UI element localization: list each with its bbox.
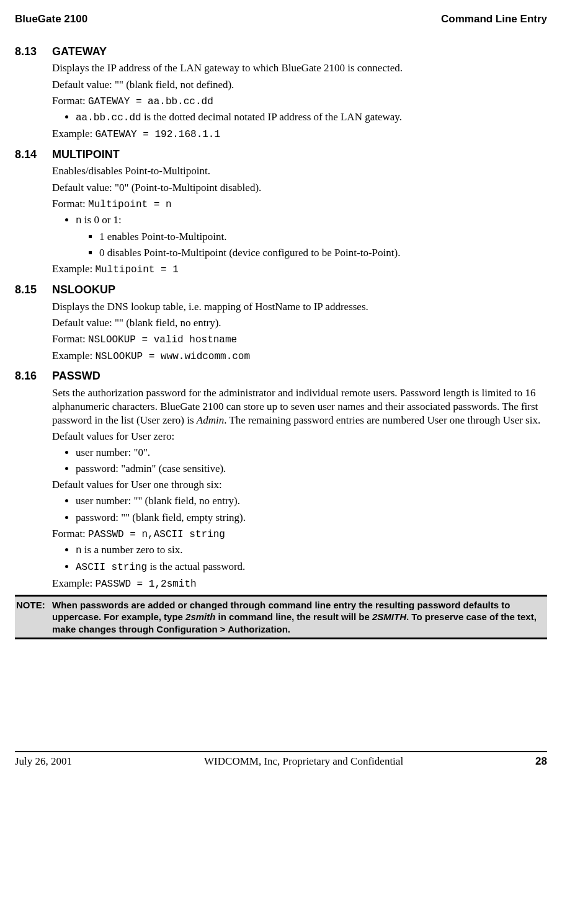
label: Format: xyxy=(52,95,88,107)
label: Example: xyxy=(52,350,95,362)
page-footer: July 26, 2001 WIDCOMM, Inc, Proprietary … xyxy=(15,752,547,768)
italic-text: 2SMITH xyxy=(372,611,406,622)
italic-text: 2smith xyxy=(185,611,215,622)
example-line: Example: NSLOOKUP = www.widcomm.com xyxy=(52,349,547,363)
list-item: 0 disables Point-to-Multipoint (device c… xyxy=(99,246,547,260)
note-label: NOTE: xyxy=(16,599,52,636)
list-item: user number: "0". xyxy=(76,446,547,460)
code: Multipoint = n xyxy=(88,199,171,210)
section-title: GATEWAY xyxy=(52,45,107,59)
section-814-heading: 8.14 MULTIPOINT xyxy=(15,148,547,162)
section-813-heading: 8.13 GATEWAY xyxy=(15,45,547,59)
bullet-list: n is 0 or 1: 1 enables Point-to-Multipoi… xyxy=(52,213,547,260)
text: is a number zero to six. xyxy=(82,544,183,556)
format-line: Format: Multipoint = n xyxy=(52,197,547,211)
list-item: password: "" (blank field, empty string)… xyxy=(76,511,547,525)
example-line: Example: GATEWAY = 192.168.1.1 xyxy=(52,127,547,141)
code: PASSWD = 1,2smith xyxy=(95,579,196,590)
code: aa.bb.cc.dd xyxy=(76,112,141,123)
note-box: NOTE: When passwords are added or change… xyxy=(15,595,547,640)
code: ASCII string xyxy=(76,562,147,573)
bullet-list: n is a number zero to six. ASCII string … xyxy=(52,543,547,574)
para: Sets the authorization password for the … xyxy=(52,386,547,427)
list-item: aa.bb.cc.dd is the dotted decimal notate… xyxy=(76,110,547,125)
section-number: 8.15 xyxy=(15,283,52,297)
code: NSLOOKUP = www.widcomm.com xyxy=(95,351,250,362)
section-816-heading: 8.16 PASSWD xyxy=(15,369,547,383)
para: Default values for User zero: xyxy=(52,430,547,443)
bullet-list: aa.bb.cc.dd is the dotted decimal notate… xyxy=(52,110,547,125)
example-line: Example: PASSWD = 1,2smith xyxy=(52,577,547,591)
list-item: ASCII string is the actual password. xyxy=(76,560,547,574)
italic-text: Admin xyxy=(197,414,224,426)
text: is the actual password. xyxy=(147,561,245,572)
section-title: NSLOOKUP xyxy=(52,283,115,297)
text: is the dotted decimal notated IP address… xyxy=(141,111,402,123)
section-number: 8.14 xyxy=(15,148,52,162)
bullet-list: user number: "0". password: "admin" (cas… xyxy=(52,446,547,476)
note-text: When passwords are added or changed thro… xyxy=(52,599,546,636)
para: Default value: "" (blank field, not defi… xyxy=(52,78,547,92)
label: Format: xyxy=(52,198,88,210)
para: Default value: "0" (Point-to-Multipoint … xyxy=(52,181,547,195)
list-item: n is a number zero to six. xyxy=(76,543,547,558)
text: is 0 or 1: xyxy=(82,214,122,226)
label: Example: xyxy=(52,577,95,589)
para: Default value: "" (blank field, no entry… xyxy=(52,316,547,330)
footer-date: July 26, 2001 xyxy=(15,755,72,768)
page-header: BlueGate 2100 Command Line Entry xyxy=(15,12,547,26)
code: n xyxy=(76,545,82,556)
label: Format: xyxy=(52,528,88,540)
section-815-heading: 8.15 NSLOOKUP xyxy=(15,283,547,297)
text: in command line, the result will be xyxy=(215,611,372,622)
section-number: 8.13 xyxy=(15,45,52,59)
label: Format: xyxy=(52,333,88,345)
para: Default values for User one through six: xyxy=(52,478,547,492)
para: Displays the DNS lookup table, i.e. mapp… xyxy=(52,300,547,314)
section-number: 8.16 xyxy=(15,369,52,383)
footer-center: WIDCOMM, Inc, Proprietary and Confidenti… xyxy=(204,755,403,768)
label: Example: xyxy=(52,128,95,140)
code: PASSWD = n,ASCII string xyxy=(88,529,225,540)
section-title: PASSWD xyxy=(52,369,100,383)
format-line: Format: NSLOOKUP = valid hostname xyxy=(52,332,547,347)
format-line: Format: PASSWD = n,ASCII string xyxy=(52,527,547,541)
section-title: MULTIPOINT xyxy=(52,148,120,162)
list-item: 1 enables Point-to-Multipoint. xyxy=(99,230,547,244)
list-item: password: "admin" (case sensitive). xyxy=(76,462,547,476)
list-item: user number: "" (blank field, no entry). xyxy=(76,494,547,508)
header-right: Command Line Entry xyxy=(441,12,547,26)
label: Example: xyxy=(52,263,95,275)
para: Enables/disables Point-to-Multipoint. xyxy=(52,164,547,178)
sub-bullet-list: 1 enables Point-to-Multipoint. 0 disable… xyxy=(76,230,547,260)
code: GATEWAY = 192.168.1.1 xyxy=(95,129,220,140)
para: Displays the IP address of the LAN gatew… xyxy=(52,61,547,75)
code: NSLOOKUP = valid hostname xyxy=(88,334,237,345)
text: . The remaining password entries are num… xyxy=(224,414,540,426)
code: GATEWAY = aa.bb.cc.dd xyxy=(88,96,213,107)
format-line: Format: GATEWAY = aa.bb.cc.dd xyxy=(52,94,547,109)
footer-page-number: 28 xyxy=(535,755,547,768)
code: Multipoint = 1 xyxy=(95,264,178,275)
example-line: Example: Multipoint = 1 xyxy=(52,262,547,277)
code: n xyxy=(76,215,82,226)
header-left: BlueGate 2100 xyxy=(15,12,87,26)
list-item: n is 0 or 1: 1 enables Point-to-Multipoi… xyxy=(76,213,547,260)
bullet-list: user number: "" (blank field, no entry).… xyxy=(52,494,547,524)
